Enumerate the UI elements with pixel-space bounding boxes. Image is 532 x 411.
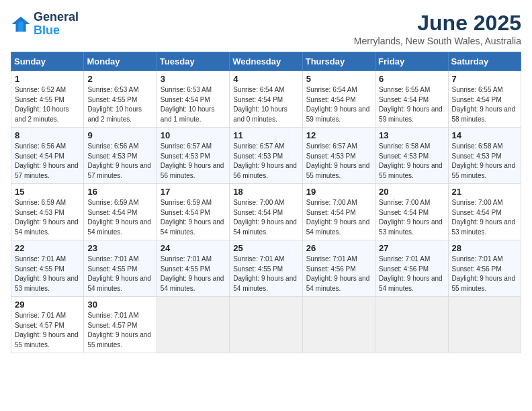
table-row: 9 Sunrise: 6:56 AM Sunset: 4:53 PM Dayli…	[84, 128, 157, 184]
day-number: 19	[306, 187, 371, 197]
calendar-week-row: 29 Sunrise: 7:01 AM Sunset: 4:57 PM Dayl…	[11, 297, 521, 353]
day-number: 22	[15, 243, 80, 253]
day-number: 11	[233, 130, 298, 140]
day-info: Sunrise: 6:59 AM Sunset: 4:54 PM Dayligh…	[87, 198, 152, 237]
day-info: Sunrise: 6:57 AM Sunset: 4:53 PM Dayligh…	[233, 142, 298, 181]
table-row: 23 Sunrise: 7:01 AM Sunset: 4:55 PM Dayl…	[84, 240, 157, 297]
day-number: 13	[379, 130, 444, 140]
day-number: 26	[306, 243, 371, 253]
day-info: Sunrise: 7:01 AM Sunset: 4:56 PM Dayligh…	[452, 255, 517, 293]
day-info: Sunrise: 7:00 AM Sunset: 4:54 PM Dayligh…	[233, 198, 298, 237]
day-info: Sunrise: 6:53 AM Sunset: 4:55 PM Dayligh…	[87, 85, 152, 124]
table-row: 12 Sunrise: 6:57 AM Sunset: 4:53 PM Dayl…	[302, 128, 375, 184]
table-row: 4 Sunrise: 6:54 AM Sunset: 4:54 PM Dayli…	[230, 71, 302, 128]
table-row: 2 Sunrise: 6:53 AM Sunset: 4:55 PM Dayli…	[84, 71, 157, 128]
table-row: 22 Sunrise: 7:01 AM Sunset: 4:55 PM Dayl…	[11, 240, 84, 297]
day-number: 28	[452, 243, 517, 253]
logo-icon	[11, 14, 31, 34]
day-number: 20	[379, 187, 444, 197]
day-info: Sunrise: 7:01 AM Sunset: 4:57 PM Dayligh…	[15, 311, 80, 350]
day-info: Sunrise: 7:00 AM Sunset: 4:54 PM Dayligh…	[379, 198, 444, 237]
table-row: 3 Sunrise: 6:53 AM Sunset: 4:54 PM Dayli…	[157, 71, 229, 128]
table-row: 13 Sunrise: 6:58 AM Sunset: 4:53 PM Dayl…	[375, 128, 448, 184]
day-info: Sunrise: 7:01 AM Sunset: 4:55 PM Dayligh…	[233, 255, 298, 293]
day-info: Sunrise: 7:01 AM Sunset: 4:56 PM Dayligh…	[306, 255, 371, 293]
table-row: 29 Sunrise: 7:01 AM Sunset: 4:57 PM Dayl…	[11, 297, 84, 353]
table-row	[375, 297, 448, 353]
table-row: 10 Sunrise: 6:57 AM Sunset: 4:53 PM Dayl…	[157, 128, 229, 184]
table-row: 7 Sunrise: 6:55 AM Sunset: 4:54 PM Dayli…	[448, 71, 521, 128]
day-number: 15	[15, 187, 80, 197]
day-info: Sunrise: 6:52 AM Sunset: 4:55 PM Dayligh…	[15, 85, 80, 124]
day-number: 7	[452, 74, 517, 84]
day-info: Sunrise: 6:55 AM Sunset: 4:54 PM Dayligh…	[452, 85, 517, 124]
day-number: 18	[233, 187, 298, 197]
col-sunday: Sunday	[11, 52, 84, 71]
table-row: 24 Sunrise: 7:01 AM Sunset: 4:55 PM Dayl…	[157, 240, 229, 297]
day-number: 1	[15, 74, 80, 84]
day-number: 2	[87, 74, 152, 84]
day-info: Sunrise: 6:53 AM Sunset: 4:54 PM Dayligh…	[161, 85, 226, 124]
day-number: 30	[87, 300, 152, 310]
table-row: 1 Sunrise: 6:52 AM Sunset: 4:55 PM Dayli…	[11, 71, 84, 128]
logo: General Blue	[11, 11, 79, 38]
day-info: Sunrise: 6:58 AM Sunset: 4:53 PM Dayligh…	[452, 142, 517, 181]
table-row: 20 Sunrise: 7:00 AM Sunset: 4:54 PM Dayl…	[375, 184, 448, 240]
day-number: 4	[233, 74, 298, 84]
table-row: 11 Sunrise: 6:57 AM Sunset: 4:53 PM Dayl…	[230, 128, 302, 184]
day-info: Sunrise: 7:01 AM Sunset: 4:56 PM Dayligh…	[379, 255, 444, 293]
day-info: Sunrise: 6:55 AM Sunset: 4:54 PM Dayligh…	[379, 85, 444, 124]
table-row: 30 Sunrise: 7:01 AM Sunset: 4:57 PM Dayl…	[84, 297, 157, 353]
table-row: 8 Sunrise: 6:56 AM Sunset: 4:54 PM Dayli…	[11, 128, 84, 184]
calendar-week-row: 22 Sunrise: 7:01 AM Sunset: 4:55 PM Dayl…	[11, 240, 521, 297]
header: General Blue June 2025 Merrylands, New S…	[11, 11, 521, 46]
col-tuesday: Tuesday	[157, 52, 229, 71]
table-row: 26 Sunrise: 7:01 AM Sunset: 4:56 PM Dayl…	[302, 240, 375, 297]
title-block: June 2025 Merrylands, New South Wales, A…	[354, 11, 521, 46]
col-thursday: Thursday	[302, 52, 375, 71]
calendar-week-row: 15 Sunrise: 6:59 AM Sunset: 4:53 PM Dayl…	[11, 184, 521, 240]
table-row: 19 Sunrise: 7:00 AM Sunset: 4:54 PM Dayl…	[302, 184, 375, 240]
day-info: Sunrise: 6:57 AM Sunset: 4:53 PM Dayligh…	[161, 142, 226, 181]
table-row: 28 Sunrise: 7:01 AM Sunset: 4:56 PM Dayl…	[448, 240, 521, 297]
day-info: Sunrise: 7:00 AM Sunset: 4:54 PM Dayligh…	[306, 198, 371, 237]
day-number: 14	[452, 130, 517, 140]
table-row	[302, 297, 375, 353]
table-row: 5 Sunrise: 6:54 AM Sunset: 4:54 PM Dayli…	[302, 71, 375, 128]
logo-line1: General	[34, 11, 79, 24]
day-info: Sunrise: 7:01 AM Sunset: 4:55 PM Dayligh…	[15, 255, 80, 293]
calendar-header-row: Sunday Monday Tuesday Wednesday Thursday…	[11, 52, 521, 71]
day-info: Sunrise: 7:01 AM Sunset: 4:55 PM Dayligh…	[87, 255, 152, 293]
day-number: 8	[15, 130, 80, 140]
col-wednesday: Wednesday	[230, 52, 302, 71]
day-info: Sunrise: 6:54 AM Sunset: 4:54 PM Dayligh…	[233, 85, 298, 124]
table-row	[157, 297, 229, 353]
calendar-week-row: 1 Sunrise: 6:52 AM Sunset: 4:55 PM Dayli…	[11, 71, 521, 128]
day-number: 10	[161, 130, 226, 140]
table-row: 14 Sunrise: 6:58 AM Sunset: 4:53 PM Dayl…	[448, 128, 521, 184]
day-number: 6	[379, 74, 444, 84]
table-row: 16 Sunrise: 6:59 AM Sunset: 4:54 PM Dayl…	[84, 184, 157, 240]
table-row: 15 Sunrise: 6:59 AM Sunset: 4:53 PM Dayl…	[11, 184, 84, 240]
day-info: Sunrise: 7:00 AM Sunset: 4:54 PM Dayligh…	[452, 198, 517, 237]
day-info: Sunrise: 7:01 AM Sunset: 4:57 PM Dayligh…	[87, 311, 152, 350]
day-number: 16	[87, 187, 152, 197]
day-number: 21	[452, 187, 517, 197]
day-number: 17	[161, 187, 226, 197]
day-number: 9	[87, 130, 152, 140]
day-number: 5	[306, 74, 371, 84]
logo-line2: Blue	[34, 24, 79, 38]
table-row: 21 Sunrise: 7:00 AM Sunset: 4:54 PM Dayl…	[448, 184, 521, 240]
day-number: 29	[15, 300, 80, 310]
day-info: Sunrise: 7:01 AM Sunset: 4:55 PM Dayligh…	[161, 255, 226, 293]
month-title: June 2025	[354, 11, 521, 36]
col-monday: Monday	[84, 52, 157, 71]
day-number: 3	[161, 74, 226, 84]
location-subtitle: Merrylands, New South Wales, Australia	[354, 36, 521, 46]
table-row: 18 Sunrise: 7:00 AM Sunset: 4:54 PM Dayl…	[230, 184, 302, 240]
table-row: 25 Sunrise: 7:01 AM Sunset: 4:55 PM Dayl…	[230, 240, 302, 297]
col-saturday: Saturday	[448, 52, 521, 71]
day-number: 25	[233, 243, 298, 253]
calendar-week-row: 8 Sunrise: 6:56 AM Sunset: 4:54 PM Dayli…	[11, 128, 521, 184]
table-row	[448, 297, 521, 353]
